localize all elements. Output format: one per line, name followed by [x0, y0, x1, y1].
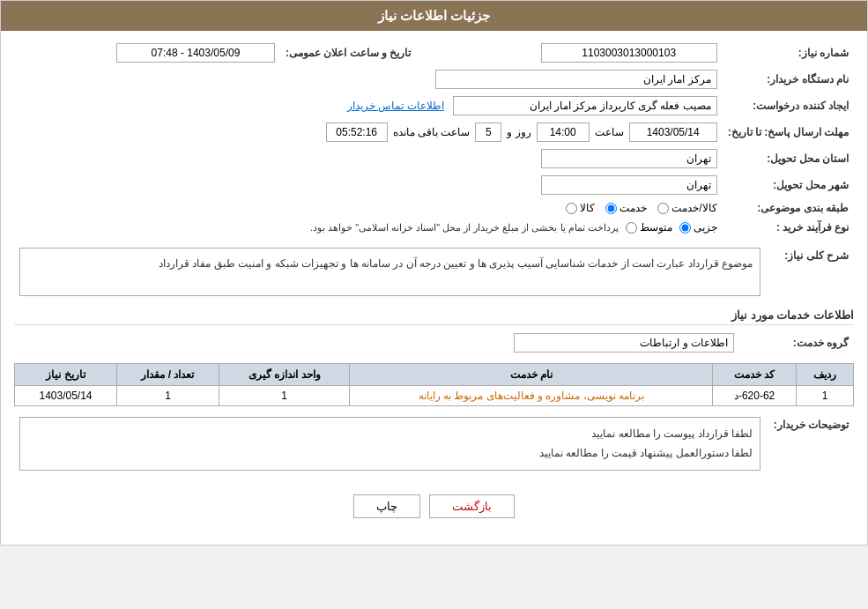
creator-label: ایجاد کننده درخواست: — [723, 93, 854, 119]
purchase-medium-radio[interactable] — [626, 222, 637, 234]
purchase-partial-item: جزیی — [679, 221, 717, 234]
need-desc-value: موضوع قرارداد عبارت است از خدمات شناسایی… — [19, 248, 760, 296]
buyer-notes-line1: لطفا قرارداد پیوست را مطالعه نمایید — [27, 425, 753, 444]
cell-service-name: برنامه نویسی، مشاوره و فعالیت‌های مربوط … — [350, 386, 712, 406]
page-container: جزئیات اطلاعات نیاز شماره نیاز: 11030030… — [0, 0, 868, 546]
col-service-name: نام خدمت — [350, 364, 712, 386]
need-desc-cell: موضوع قرارداد عبارت است از خدمات شناسایی… — [14, 244, 766, 300]
services-section-title: اطلاعات خدمات مورد نیاز — [14, 308, 854, 325]
need-number-cell: 1103003013000103 — [428, 40, 722, 66]
purchase-partial-label: جزیی — [694, 221, 717, 234]
delivery-province-value: تهران — [541, 149, 717, 168]
service-group-section: گروه خدمت: اطلاعات و ارتباطات — [14, 330, 854, 356]
col-quantity: تعداد / مقدار — [117, 364, 219, 386]
category-goods-radio[interactable] — [566, 203, 577, 214]
response-deadline-label: مهلت ارسال پاسخ: تا تاریخ: — [723, 119, 854, 145]
col-service-code: کد خدمت — [712, 364, 796, 386]
delivery-province-label: استان محل تحویل: — [723, 145, 854, 172]
category-service-item: خدمت — [605, 202, 647, 214]
col-row-num: ردیف — [797, 364, 854, 386]
purchase-type-label: نوع فرآیند خرید : — [723, 218, 854, 237]
announce-date-value: 1403/05/09 - 07:48 — [116, 43, 275, 63]
need-desc-label: شرح کلی نیاز: — [766, 244, 854, 300]
creator-cell: مصیب فعله گری کاربرداز مرکز امار ایران ا… — [14, 93, 723, 119]
remain-value: 05:52:16 — [326, 123, 388, 142]
category-service-label: خدمت — [619, 202, 647, 214]
response-deadline-cell: 1403/05/14 ساعت 14:00 روز و 5 ساعت باقی … — [14, 119, 723, 145]
delivery-city-cell: تهران — [14, 172, 723, 198]
buyer-notes-line2: لطفا دستورالعمل پیشنهاد قیمت را مطالعه ن… — [27, 444, 753, 464]
service-group-cell: اطلاعات و ارتباطات — [14, 330, 739, 356]
buyer-notes-label: توضیحات خریدار: — [766, 413, 854, 474]
category-label: طبقه بندی موضوعی: — [723, 198, 854, 218]
service-group-value: اطلاعات و ارتباطات — [514, 333, 734, 353]
col-date: تاریخ نیاز — [15, 364, 117, 386]
col-unit: واحد اندازه گیری — [219, 364, 350, 386]
remain-label: ساعت باقی مانده — [393, 126, 471, 138]
page-title: جزئیات اطلاعات نیاز — [378, 8, 490, 23]
announce-date-label: تاریخ و ساعت اعلان عمومی: — [280, 40, 428, 66]
delivery-province-cell: تهران — [14, 145, 723, 172]
buyer-org-label: نام دستگاه خریدار: — [723, 66, 854, 93]
service-group-label: گروه خدمت: — [739, 330, 854, 356]
table-row: 1 620-62-د برنامه نویسی، مشاوره و فعالیت… — [15, 386, 854, 406]
purchase-type-cell: جزیی متوسط پرداخت تمام یا بخشی از مبلغ خ… — [14, 218, 723, 237]
response-date-value: 1403/05/14 — [629, 123, 717, 142]
print-button[interactable]: چاپ — [353, 494, 420, 518]
need-desc-section: شرح کلی نیاز: موضوع قرارداد عبارت است از… — [14, 244, 854, 300]
back-button[interactable]: بازگشت — [429, 494, 515, 518]
category-goods-service-item: کالا/خدمت — [657, 202, 716, 214]
delivery-city-label: شهر محل تحویل: — [723, 172, 854, 198]
category-goods-service-label: کالا/خدمت — [671, 202, 716, 214]
need-number-value: 1103003013000103 — [541, 43, 717, 63]
contact-link[interactable]: اطلاعات تماس خریدار — [347, 100, 444, 112]
buyer-notes-cell: لطفا قرارداد پیوست را مطالعه نمایید لطفا… — [14, 413, 766, 474]
buyer-org-cell: مرکز امار ایران — [14, 66, 723, 93]
category-goods-item: کالا — [566, 202, 595, 214]
purchase-partial-radio[interactable] — [679, 222, 691, 234]
page-header: جزئیات اطلاعات نیاز — [1, 1, 867, 31]
creator-value: مصیب فعله گری کاربرداز مرکز امار ایران — [453, 96, 717, 115]
need-number-label: شماره نیاز: — [723, 40, 854, 66]
delivery-city-value: تهران — [541, 175, 717, 195]
purchase-medium-item: متوسط — [626, 221, 672, 234]
buttons-row: بازگشت چاپ — [14, 481, 854, 536]
category-service-radio[interactable] — [605, 203, 617, 214]
cell-quantity: 1 — [117, 386, 219, 406]
response-days-label: روز و — [507, 126, 530, 138]
announce-date-cell: 1403/05/09 - 07:48 — [14, 40, 280, 66]
response-time-value: 14:00 — [537, 123, 590, 142]
cell-date: 1403/05/14 — [15, 386, 117, 406]
services-table: ردیف کد خدمت نام خدمت واحد اندازه گیری ت… — [14, 363, 854, 406]
info-section: شماره نیاز: 1103003013000103 تاریخ و ساع… — [14, 40, 854, 237]
purchase-type-description: پرداخت تمام یا بخشی از مبلغ خریدار از مح… — [310, 222, 619, 234]
buyer-notes-section: توضیحات خریدار: لطفا قرارداد پیوست را مط… — [14, 413, 854, 474]
category-goods-label: کالا — [580, 202, 595, 214]
buyer-notes-content: لطفا قرارداد پیوست را مطالعه نمایید لطفا… — [19, 417, 760, 471]
response-time-label: ساعت — [595, 126, 624, 138]
cell-row-num: 1 — [797, 386, 854, 406]
buyer-org-value: مرکز امار ایران — [435, 70, 717, 89]
main-content: شماره نیاز: 1103003013000103 تاریخ و ساع… — [1, 31, 867, 545]
category-cell: کالا خدمت کالا/خدمت — [14, 198, 723, 218]
category-goods-service-radio[interactable] — [657, 203, 669, 214]
response-days-value: 5 — [475, 123, 501, 142]
purchase-medium-label: متوسط — [640, 221, 672, 234]
cell-unit: 1 — [219, 386, 350, 406]
cell-service-code: 620-62-د — [712, 386, 796, 406]
